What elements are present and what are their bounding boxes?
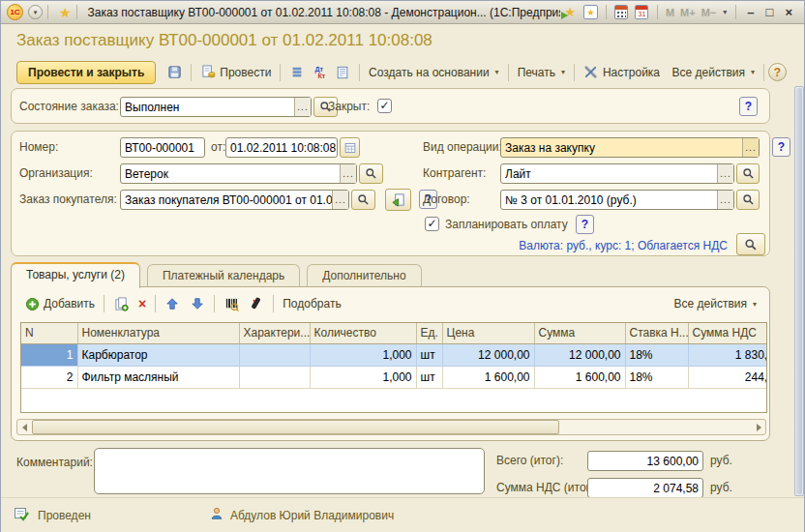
- calendar-icon[interactable]: 31: [634, 4, 650, 20]
- titlebar-separator: [735, 5, 736, 19]
- customer-order-open-button[interactable]: [351, 190, 375, 210]
- currency-link[interactable]: Валюта: руб., курс: 1; Облагается НДС: [447, 239, 728, 252]
- delete-row-button[interactable]: ×: [134, 293, 151, 314]
- details-group: Номер: ВТ00-000001 от: 01.02.2011 10:08:…: [11, 131, 770, 256]
- contractor-open-button[interactable]: [736, 163, 760, 184]
- col-price[interactable]: Цена: [442, 323, 534, 343]
- choose-icon[interactable]: ...: [717, 191, 733, 209]
- system-menu-icon[interactable]: ▾: [28, 5, 43, 19]
- organization-open-button[interactable]: [359, 163, 383, 184]
- col-characteristic[interactable]: Характери...: [239, 323, 310, 343]
- plan-payment-checkbox[interactable]: ✓: [425, 217, 439, 231]
- post-document-icon: [200, 65, 216, 80]
- items-table-viewport: N Номенклатура Характери... Количество Е…: [20, 322, 767, 413]
- table-row[interactable]: 2 Фильтр масляный 1,000 шт 1 600,00 1 60…: [21, 366, 767, 388]
- close-button[interactable]: ×: [785, 6, 792, 18]
- memory-m-button[interactable]: M: [666, 7, 674, 18]
- titlebar-separator: [47, 5, 48, 19]
- choose-icon[interactable]: ...: [717, 164, 733, 183]
- date-calendar-button[interactable]: [340, 137, 360, 158]
- copy-row-button[interactable]: [108, 293, 134, 314]
- horizontal-scrollbar-thumb[interactable]: [32, 420, 559, 434]
- vertical-scrollbar-thumb[interactable]: [796, 88, 802, 494]
- col-sum[interactable]: Сумма: [534, 323, 625, 343]
- order-state-label: Состояние заказа:: [19, 100, 119, 113]
- col-n[interactable]: N: [21, 323, 77, 343]
- tab-payment-calendar[interactable]: Платежный календарь: [147, 264, 300, 287]
- horizontal-scrollbar[interactable]: [16, 419, 766, 435]
- add-row-button[interactable]: Добавить: [19, 293, 100, 314]
- customer-order-goto-button[interactable]: [385, 189, 411, 211]
- settings-button[interactable]: Настройка: [579, 62, 665, 83]
- choose-icon[interactable]: ...: [340, 164, 356, 183]
- posted-status: Проведен: [38, 509, 91, 522]
- vertical-scrollbar[interactable]: [794, 86, 804, 496]
- plus-circle-icon: [24, 296, 40, 311]
- order-state-field[interactable]: Выполнен ...: [120, 97, 312, 117]
- open-favorites-icon[interactable]: ★: [582, 4, 599, 20]
- scroll-right-icon[interactable]: [752, 420, 765, 434]
- post-button[interactable]: Провести: [195, 62, 276, 83]
- contractor-field[interactable]: Лайт ...: [500, 163, 734, 184]
- pick-items-button[interactable]: Подобрать: [278, 294, 345, 313]
- barcode-scanner-button[interactable]: [244, 293, 269, 314]
- choose-icon[interactable]: ...: [742, 138, 759, 157]
- col-nomenclature[interactable]: Номенклатура: [77, 323, 239, 343]
- scroll-left-icon[interactable]: [17, 420, 31, 434]
- table-row[interactable]: 1 Карбюратор 1,000 шт 12 000,00 12 000,0…: [21, 343, 767, 366]
- organization-label: Организация:: [19, 166, 93, 180]
- journal-button[interactable]: [284, 62, 310, 83]
- operation-field[interactable]: Заказ на закупку ...: [500, 137, 760, 158]
- choose-icon[interactable]: ...: [332, 191, 348, 209]
- organization-field[interactable]: Ветерок ...: [120, 163, 357, 184]
- operation-help-button[interactable]: ?: [772, 137, 790, 157]
- page-title: Заказ поставщику ВТ00-000001 от 01.02.20…: [16, 31, 432, 50]
- comment-input[interactable]: [94, 448, 485, 494]
- app-1c-icon[interactable]: 1С: [7, 4, 23, 20]
- col-vat-sum[interactable]: Сумма НДС: [688, 323, 767, 343]
- document-structure-button[interactable]: [330, 62, 355, 83]
- help-button[interactable]: ?: [768, 63, 787, 81]
- col-vat-rate[interactable]: Ставка Н...: [625, 323, 688, 343]
- barcode-scan-button[interactable]: [219, 293, 244, 314]
- state-help-button[interactable]: ?: [739, 97, 758, 116]
- total-currency-label: руб.: [710, 454, 732, 467]
- tab-additional[interactable]: Дополнительно: [307, 264, 421, 287]
- person-icon: [209, 506, 224, 521]
- post-and-close-button[interactable]: Провести и закрыть: [16, 61, 156, 84]
- create-based-on-button[interactable]: Создать на основании ▾: [364, 63, 504, 82]
- choose-icon[interactable]: ...: [294, 98, 311, 116]
- closed-checkbox[interactable]: ✓: [377, 99, 392, 113]
- favorites-star-icon[interactable]: ★: [59, 6, 72, 19]
- date-field[interactable]: 01.02.2011 10:08:08: [225, 137, 338, 158]
- maximize-button[interactable]: □: [766, 6, 774, 18]
- toolbar-overflow-icon[interactable]: ▾: [723, 8, 727, 16]
- memory-mplus-button[interactable]: M+: [680, 7, 696, 18]
- save-button[interactable]: [162, 62, 187, 83]
- plan-payment-help-button[interactable]: ?: [576, 215, 594, 234]
- contractor-label: Контрагент:: [423, 166, 486, 180]
- all-actions-button[interactable]: Все действия ▾: [668, 63, 760, 82]
- tab-goods-services[interactable]: Товары, услуги (2): [11, 262, 140, 288]
- memory-mminus-button[interactable]: M−: [701, 7, 717, 18]
- accounting-entries-button[interactable]: ДтКт: [310, 63, 330, 82]
- wrench-icon: [583, 65, 599, 80]
- items-all-actions-button[interactable]: Все действия ▾: [670, 294, 761, 313]
- contract-open-button[interactable]: [736, 190, 760, 210]
- currency-open-button[interactable]: [736, 233, 765, 255]
- toolbar-separator: [273, 295, 274, 312]
- vat-total-field: 2 074,58: [587, 478, 703, 498]
- move-down-button[interactable]: [185, 293, 210, 314]
- minimize-button[interactable]: –: [747, 6, 754, 18]
- col-unit[interactable]: Ед.: [416, 323, 442, 343]
- window-title: Заказ поставщику ВТ00-000001 от 01.02.20…: [88, 6, 560, 19]
- print-button[interactable]: Печать ▾: [513, 63, 570, 82]
- calculator-icon[interactable]: [613, 4, 630, 20]
- contract-field[interactable]: № 3 от 01.01.2010 (руб.) ...: [500, 190, 734, 210]
- current-user: Абдулов Юрий Владимирович: [230, 509, 394, 522]
- col-quantity[interactable]: Количество: [310, 323, 416, 343]
- move-up-button[interactable]: [160, 293, 185, 314]
- number-field[interactable]: ВТ00-000001: [120, 137, 205, 158]
- add-favorite-icon[interactable]: ★: [562, 4, 579, 20]
- customer-order-field[interactable]: Заказ покупателя ВТ00-000001 от 01.02 ..…: [120, 190, 349, 210]
